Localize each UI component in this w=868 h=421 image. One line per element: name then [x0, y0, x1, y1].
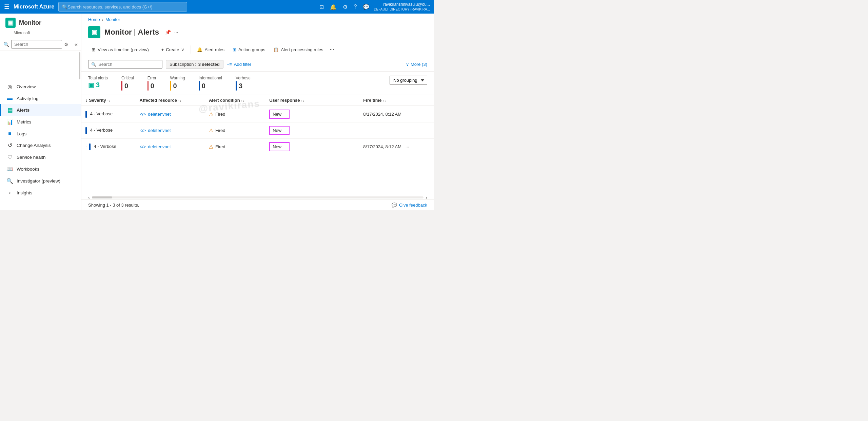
- sidebar-scrollbar[interactable]: [79, 52, 80, 79]
- user-response-cell[interactable]: New: [265, 106, 359, 122]
- user-response-cell-2[interactable]: New: [265, 122, 359, 139]
- total-alerts-stat[interactable]: Total alerts ▣ 3: [88, 76, 108, 89]
- critical-stat[interactable]: Critical 0: [121, 76, 134, 91]
- subscription-label: Subscription :: [170, 62, 196, 67]
- error-bar: [147, 81, 149, 91]
- sidebar-item-service-health[interactable]: ♡ Service health: [0, 151, 81, 163]
- workbooks-icon: 📖: [6, 166, 13, 172]
- sidebar-item-investigator[interactable]: 🔍 Investigator (preview): [0, 175, 81, 187]
- sidebar-app-title: Monitor: [19, 19, 41, 26]
- more-filters-button[interactable]: ∨ More (3): [406, 62, 427, 67]
- critical-value-wrap: 0: [121, 81, 134, 91]
- severity-bar: [89, 143, 91, 150]
- resource-cell: </> deletenvnet: [135, 122, 204, 139]
- sidebar-search-input[interactable]: [11, 40, 62, 49]
- verbose-stat[interactable]: Verbose 3: [236, 76, 251, 91]
- sidebar-item-label: Change Analysis: [17, 143, 51, 148]
- resource-link[interactable]: </> deletenvnet: [139, 112, 200, 117]
- alerts-table: ↓ Severity↑↓ Affected resource↑↓ Alert c…: [81, 95, 434, 155]
- user-info[interactable]: ravikiransrinivasulu@ou... DEFAULT DIREC…: [374, 2, 430, 12]
- sidebar-item-activity-log[interactable]: ▬ Activity log: [0, 93, 81, 104]
- severity-bar: [85, 127, 87, 134]
- resource-icon: </>: [139, 144, 146, 149]
- feedback-icon[interactable]: 💬: [363, 4, 370, 10]
- breadcrumb: Home › Monitor: [81, 14, 434, 25]
- col-severity[interactable]: ↓ Severity↑↓: [81, 95, 135, 106]
- hscroll-thumb[interactable]: [92, 196, 112, 198]
- filter-search-box[interactable]: 🔍: [88, 60, 162, 69]
- informational-bar: [199, 81, 200, 91]
- alert-processing-rules-button[interactable]: 📋 Alert processing rules: [270, 45, 327, 54]
- give-feedback-button[interactable]: 💬 Give feedback: [392, 203, 427, 208]
- severity-cell: 4 - Verbose: [81, 106, 135, 122]
- grouping-select[interactable]: No grouping: [390, 76, 427, 85]
- col-alert-condition[interactable]: Alert condition↑↓: [205, 95, 265, 106]
- user-response-cell-3[interactable]: New: [265, 139, 359, 155]
- sidebar-item-insights[interactable]: › Insights: [0, 187, 81, 198]
- error-stat[interactable]: Error 0: [147, 76, 157, 91]
- table-header-row: ↓ Severity↑↓ Affected resource↑↓ Alert c…: [81, 95, 434, 106]
- hamburger-icon[interactable]: ☰: [4, 3, 9, 11]
- global-search-box[interactable]: 🔍: [58, 2, 187, 12]
- total-alerts-number: 3: [96, 81, 100, 89]
- sidebar-settings-icon[interactable]: ⚙: [64, 42, 68, 47]
- breadcrumb-monitor[interactable]: Monitor: [105, 17, 120, 22]
- col-user-response[interactable]: User response↑↓: [265, 95, 359, 106]
- terminal-icon[interactable]: ⊡: [319, 4, 324, 10]
- hscroll-track[interactable]: [92, 196, 424, 198]
- sidebar-item-workbooks[interactable]: 📖 Workbooks: [0, 163, 81, 175]
- sidebar-item-metrics[interactable]: 📊 Metrics: [0, 116, 81, 128]
- pin-icon[interactable]: 📌: [165, 30, 171, 35]
- total-alerts-label: Total alerts: [88, 76, 108, 80]
- severity-cell: 4 - Verbose: [81, 122, 135, 139]
- warning-stat[interactable]: Warning 0: [170, 76, 185, 91]
- collapse-icon[interactable]: «: [75, 41, 78, 47]
- plus-icon: +: [161, 47, 164, 52]
- alert-rules-button[interactable]: 🔔 Alert rules: [194, 45, 228, 54]
- page-titles: Monitor | Alerts: [104, 28, 159, 37]
- breadcrumb-home[interactable]: Home: [88, 17, 100, 22]
- sidebar-item-alerts[interactable]: ▤ Alerts: [0, 104, 81, 116]
- view-timeline-button[interactable]: ⊞ View as timeline (preview): [88, 45, 152, 54]
- logs-icon: ≡: [6, 131, 13, 137]
- row-more-icon[interactable]: ···: [406, 144, 409, 149]
- topbar: ☰ Microsoft Azure 🔍 ⊡ 🔔 ⚙ ? 💬 ravikirans…: [0, 0, 434, 14]
- help-icon[interactable]: ?: [354, 4, 357, 10]
- user-response-highlighted-3: New: [269, 142, 290, 151]
- action-groups-button[interactable]: ⊞ Action groups: [229, 45, 269, 54]
- warning-value-wrap: 0: [170, 81, 185, 91]
- horizontal-scrollbar[interactable]: ‹ ›: [81, 195, 434, 199]
- resource-cell: </> deletenvnet: [135, 139, 204, 155]
- notifications-icon[interactable]: 🔔: [330, 4, 337, 10]
- add-filter-button[interactable]: +≡ Add filter: [227, 62, 252, 67]
- subscription-filter[interactable]: Subscription : 3 selected: [166, 60, 223, 69]
- global-search-input[interactable]: [67, 4, 183, 9]
- resource-link[interactable]: </> deletenvnet: [139, 144, 200, 149]
- verbose-label: Verbose: [236, 76, 251, 80]
- col-affected-resource[interactable]: Affected resource↑↓: [135, 95, 204, 106]
- table-row[interactable]: 4 - Verbose </> deletenvnet ⚠: [81, 106, 434, 122]
- table-row[interactable]: · 4 - Verbose </> deletenvnet: [81, 139, 434, 155]
- metrics-icon: 📊: [6, 119, 13, 125]
- create-button[interactable]: + Create ∨: [158, 45, 188, 54]
- sidebar-subtitle: Microsoft: [14, 31, 81, 35]
- brand-label: Microsoft Azure: [14, 4, 54, 10]
- col-fire-time[interactable]: Fire time↑↓: [359, 95, 434, 106]
- informational-stat[interactable]: Informational 0: [199, 76, 222, 91]
- sidebar-item-logs[interactable]: ≡ Logs: [0, 128, 81, 139]
- sidebar-item-change-analysis[interactable]: ↺ Change Analysis: [0, 139, 81, 151]
- sidebar-item-label: Insights: [17, 190, 33, 195]
- user-response-highlighted-2: New: [269, 126, 290, 135]
- verbose-bar: [236, 81, 237, 91]
- filter-search-icon: 🔍: [91, 62, 96, 67]
- alert-rules-icon: 🔔: [197, 47, 202, 52]
- toolbar-more-icon[interactable]: ···: [328, 45, 336, 54]
- informational-label: Informational: [199, 76, 222, 80]
- table-row[interactable]: 4 - Verbose </> deletenvnet ⚠: [81, 122, 434, 139]
- chevron-down-icon: ∨: [181, 47, 184, 52]
- more-options-icon[interactable]: ···: [174, 30, 178, 35]
- filter-search-input[interactable]: [98, 62, 159, 67]
- resource-link[interactable]: </> deletenvnet: [139, 128, 200, 133]
- sidebar-item-overview[interactable]: ◎ Overview: [0, 81, 81, 93]
- settings-icon[interactable]: ⚙: [343, 4, 348, 10]
